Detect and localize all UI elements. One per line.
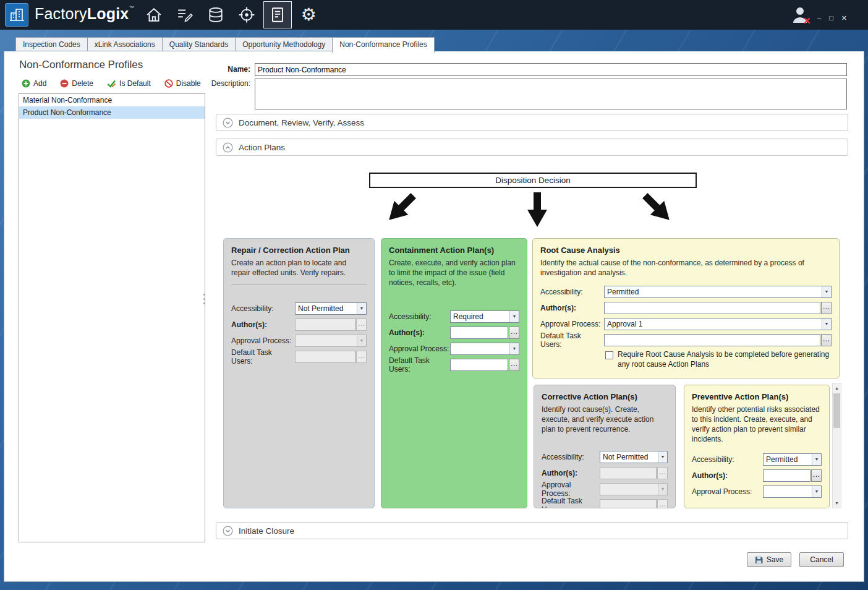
main-content: Non-Conformance Profiles Add Delete Is D… [4, 51, 864, 582]
chevron-down-icon: ▼ [509, 343, 519, 354]
page-title: Non-Conformance Profiles [19, 59, 143, 71]
scroll-up-button[interactable]: ▲ [833, 383, 841, 393]
authors-label: Author(s): [389, 328, 450, 337]
checkbox-label: Require Root Cause Analysis to be comple… [618, 350, 832, 369]
description-label: Description: [207, 79, 250, 88]
panel-description: Create, execute, and verify action plan … [389, 259, 519, 288]
containment-authors-ellipsis-button[interactable]: … [509, 327, 519, 339]
delete-button[interactable]: Delete [60, 79, 93, 88]
arrow-down-left-icon [381, 187, 421, 228]
disposition-decision-box: Disposition Decision [369, 173, 697, 188]
app-title: FactoryLogix™ [35, 5, 134, 23]
root-authors-ellipsis-button[interactable]: … [821, 302, 832, 314]
chevron-down-icon: ▼ [357, 335, 366, 346]
accessibility-label: Accessibility: [542, 453, 600, 461]
panel-title: Corrective Action Plan(s) [542, 392, 668, 401]
tab-non-conformance-profiles[interactable]: Non-Conformance Profiles [332, 37, 434, 53]
preventive-accessibility-select[interactable]: Permitted▼ [763, 453, 822, 466]
operations-compass-icon[interactable] [232, 1, 261, 28]
home-icon[interactable] [140, 1, 168, 28]
app-logo-icon [5, 3, 28, 27]
root-task-users-field[interactable] [604, 334, 820, 346]
accessibility-label: Accessibility: [389, 312, 450, 321]
containment-task-users-ellipsis-button[interactable]: … [509, 359, 519, 371]
corrective-panel: Corrective Action Plan(s) Identify root … [534, 385, 676, 508]
quality-documents-icon[interactable] [263, 1, 292, 28]
panel-title: Preventive Action Plan(s) [692, 392, 822, 401]
require-root-cause-checkbox[interactable] [605, 351, 613, 359]
disable-button[interactable]: Disable [164, 79, 201, 88]
section-initiate-closure[interactable]: Initiate Closure [216, 522, 848, 539]
description-input[interactable] [255, 79, 847, 109]
scrollbar-thumb[interactable] [833, 393, 840, 428]
containment-panel: Containment Action Plan(s) Create, execu… [381, 238, 527, 508]
containment-task-users-field[interactable] [450, 359, 508, 371]
section-document-review[interactable]: Document, Review, Verify, Assess [216, 114, 848, 131]
panel-description: Create an action plan to locate and repa… [231, 259, 367, 278]
containment-authors-field[interactable] [450, 327, 508, 339]
authors-label: Author(s): [540, 304, 604, 312]
add-button[interactable]: Add [22, 79, 46, 88]
arrow-down-right-icon [637, 187, 677, 228]
approval-process-label: Approval Process: [542, 481, 600, 498]
list-item-product-non-conformance[interactable]: Product Non-Conformance [19, 106, 205, 119]
splitter-handle[interactable] [203, 294, 206, 306]
panel-description: Identify other potential risks associate… [692, 405, 822, 445]
tab-xlink-associations[interactable]: xLink Associations [87, 37, 163, 51]
is-default-button[interactable]: Is Default [107, 79, 151, 88]
repair-accessibility-select[interactable]: Not Permitted▼ [295, 302, 367, 315]
floppy-disk-icon [755, 556, 763, 564]
containment-accessibility-select[interactable]: Required▼ [450, 310, 519, 323]
panel-title: Containment Action Plan(s) [389, 246, 519, 255]
accessibility-label: Accessibility: [692, 455, 763, 464]
tab-inspection-codes[interactable]: Inspection Codes [15, 37, 88, 51]
tab-opportunity-methodology[interactable]: Opportunity Methodology [235, 37, 333, 51]
corrective-task-users-ellipsis-button: … [657, 499, 668, 508]
repair-authors-ellipsis-button: … [356, 319, 367, 331]
corrective-accessibility-select[interactable]: Not Permitted▼ [600, 451, 668, 463]
tab-quality-standards[interactable]: Quality Standards [162, 37, 236, 51]
close-button[interactable]: ✕ [841, 14, 847, 22]
section-action-plans[interactable]: Action Plans [216, 139, 848, 156]
chevron-down-icon: ▼ [822, 286, 831, 297]
minimize-button[interactable]: – [817, 14, 821, 22]
root-cause-panel: Root Cause Analysis Identify the actual … [532, 238, 840, 378]
scroll-down-button[interactable]: ▼ [833, 498, 841, 508]
corrective-approval-select: ▼ [600, 483, 668, 495]
cancel-button[interactable]: Cancel [799, 552, 844, 567]
containment-approval-select[interactable]: ▼ [450, 343, 519, 355]
preventive-approval-select[interactable]: ▼ [763, 485, 822, 498]
arrow-down-icon [526, 192, 548, 227]
list-item-material-non-conformance[interactable]: Material Non-Conformance [19, 94, 205, 106]
preventive-authors-field[interactable] [763, 469, 811, 482]
panel-title: Root Cause Analysis [540, 246, 832, 255]
database-icon[interactable] [202, 1, 230, 28]
maximize-button[interactable]: □ [829, 14, 833, 22]
authors-label: Author(s): [231, 320, 295, 329]
settings-gear-icon[interactable]: ⚙ [294, 1, 323, 28]
accessibility-label: Accessibility: [540, 288, 604, 296]
authors-label: Author(s): [692, 471, 763, 480]
top-nav: ⚙ [140, 1, 323, 28]
root-authors-field[interactable] [604, 302, 820, 314]
profiles-list: Material Non-Conformance Product Non-Con… [19, 93, 205, 542]
approval-process-label: Approval Process: [231, 336, 295, 345]
approval-process-label: Approval Process: [389, 344, 450, 353]
save-button[interactable]: Save [747, 552, 791, 567]
preventive-authors-ellipsis-button[interactable]: … [811, 469, 822, 482]
edit-list-icon[interactable] [171, 1, 199, 28]
title-bar: FactoryLogix™ ⚙ – □ ✕ [0, 0, 868, 30]
chevron-down-icon: ▼ [812, 486, 821, 497]
chevron-down-icon: ▼ [812, 454, 821, 465]
chevron-down-icon: ▼ [822, 319, 831, 330]
root-approval-select[interactable]: Approval 1▼ [604, 318, 832, 330]
root-accessibility-select[interactable]: Permitted▼ [604, 286, 832, 298]
user-status-icon[interactable] [790, 4, 812, 25]
chevron-down-circle-icon [223, 118, 233, 128]
root-task-users-ellipsis-button[interactable]: … [821, 334, 832, 346]
name-input[interactable] [255, 63, 847, 76]
chevron-down-icon: ▼ [658, 484, 667, 495]
name-label: Name: [212, 65, 250, 74]
authors-label: Author(s): [542, 469, 600, 477]
default-task-users-label: Default Task Users: [540, 331, 604, 349]
